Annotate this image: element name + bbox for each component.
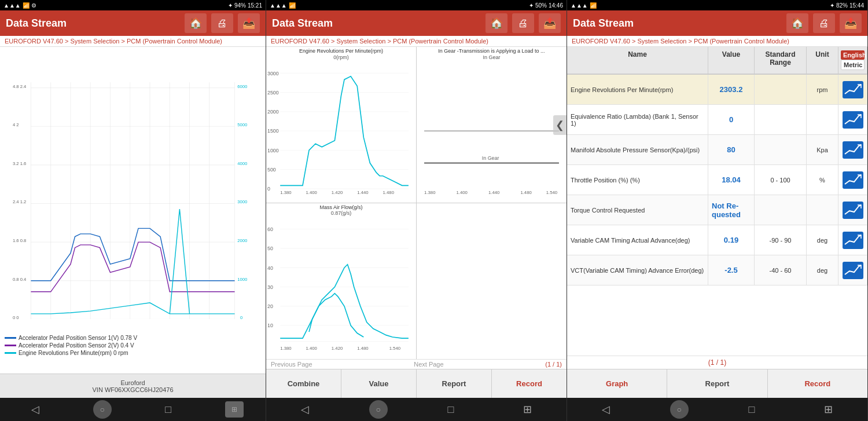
svg-text:1.420: 1.420 — [332, 346, 343, 351]
cell-value-0: 2303.2 — [708, 75, 755, 104]
grid-button-1[interactable]: ⊞ — [225, 401, 244, 418]
svg-text:1.540: 1.540 — [546, 190, 557, 195]
back-button-2[interactable]: ◁ — [292, 401, 318, 418]
maf-chart: 60 50 40 30 20 10 1.380 1.400 1.420 1.48… — [267, 216, 415, 358]
cell-value-2: 80 — [708, 135, 755, 164]
svg-text:2000: 2000 — [237, 238, 247, 243]
cell-range-1 — [755, 105, 807, 134]
table-row: Manifold Absolute Pressure Sensor(Kpa)/(… — [567, 135, 867, 165]
graph-btn[interactable]: Graph — [567, 369, 667, 398]
svg-text:20: 20 — [267, 303, 273, 309]
report-btn-3[interactable]: Report — [667, 369, 767, 398]
toggle-metric[interactable]: Metric — [841, 60, 865, 70]
share-button-3[interactable]: 📤 — [840, 13, 862, 33]
back-button-3[interactable]: ◁ — [593, 401, 619, 418]
graph-area-1: 0 0 0.8 0.4 1.6 0.8 2.4 1.2 3.2 1.6 4 2 … — [0, 47, 266, 374]
svg-text:0: 0 — [267, 186, 270, 192]
trend-icon-btn-1[interactable] — [842, 111, 863, 129]
cell-name-0: Engine Revolutions Per Minute(rpm) — [567, 75, 708, 104]
record-btn-2[interactable]: Record — [492, 369, 567, 398]
svg-text:1.440: 1.440 — [357, 190, 368, 195]
value-btn[interactable]: Value — [341, 369, 417, 398]
pagination-2: (1 / 1) — [545, 361, 562, 368]
table-row: Equivalence Ratio (Lambda) (Bank 1, Sens… — [567, 105, 867, 135]
cell-unit-6: deg — [807, 255, 838, 285]
cell-graph-3 — [838, 165, 867, 195]
trend-icon-btn-5[interactable] — [842, 232, 863, 249]
combine-btn[interactable]: Combine — [266, 369, 341, 398]
trend-icon-btn-0[interactable] — [842, 81, 863, 98]
cell-graph-4 — [838, 195, 867, 225]
battery-level-2: 50% — [535, 2, 547, 9]
vehicle-name: Euroford — [120, 379, 145, 386]
cell-range-5: -90 - 90 — [755, 225, 807, 255]
share-button-2[interactable]: 📤 — [539, 13, 561, 33]
cell-unit-4 — [807, 195, 838, 225]
print-button-1[interactable]: 🖨 — [211, 13, 233, 33]
bluetooth-icon: ✦ — [228, 2, 233, 9]
cell-name-4: Torque Control Requested — [567, 195, 708, 225]
svg-text:1.420: 1.420 — [332, 190, 343, 195]
svg-rect-86 — [843, 141, 863, 159]
report-btn-2[interactable]: Report — [417, 369, 492, 398]
trend-icon-btn-2[interactable] — [842, 141, 863, 159]
svg-text:1000: 1000 — [237, 277, 247, 282]
breadcrumb-3: EUROFORD V47.60 > System Selection > PCM… — [567, 36, 867, 47]
cell-value-4: Not Re-quested — [708, 195, 755, 225]
grid-button-3[interactable]: ⊞ — [815, 401, 842, 418]
svg-text:3.2 1.6: 3.2 1.6 — [13, 161, 26, 166]
status-right-3: ✦ 82% 15:44 — [830, 2, 864, 9]
data-table: Engine Revolutions Per Minute(rpm) 2303.… — [567, 75, 867, 356]
svg-text:0.8 0.4: 0.8 0.4 — [13, 277, 27, 282]
prev-page-btn[interactable]: Previous Page — [271, 361, 312, 368]
svg-text:3000: 3000 — [237, 200, 247, 205]
cell-name-1: Equivalence Ratio (Lambda) (Bank 1, Sens… — [567, 105, 708, 134]
multi-graph-content: Engine Revolutions Per Minute(rpm) 0(rpm… — [266, 47, 567, 359]
svg-text:1.400: 1.400 — [457, 190, 468, 195]
cell-name-3: Throttle Position (%) (%) — [567, 165, 708, 195]
svg-rect-89 — [843, 232, 863, 249]
status-right-2: ✦ 50% 14:46 — [529, 2, 563, 9]
recent-button-2[interactable]: □ — [438, 401, 463, 418]
trend-icon-btn-6[interactable] — [842, 262, 863, 279]
time-display: 15:21 — [248, 2, 262, 9]
next-page-btn[interactable]: Next Page — [414, 361, 443, 368]
print-button-2[interactable]: 🖨 — [512, 13, 534, 33]
cell-name-6: VCT(Variable CAM Timing) Advance Error(d… — [567, 255, 708, 285]
graph-prev-btn[interactable]: ❮ — [553, 115, 567, 135]
time-display-2: 14:46 — [549, 2, 563, 9]
record-btn-3[interactable]: Record — [768, 369, 867, 398]
trend-icon-btn-3[interactable] — [842, 171, 863, 189]
graph-content-1: 0 0 0.8 0.4 1.6 0.8 2.4 1.2 3.2 1.6 4 2 … — [0, 47, 266, 374]
toggle-english[interactable]: English — [841, 50, 865, 60]
svg-text:1.480: 1.480 — [383, 190, 394, 195]
legend-label-1: Accelerator Pedal Position Sensor 1(V) 0… — [19, 335, 137, 341]
home-button-1[interactable]: 🏠 — [185, 13, 207, 33]
recent-button-1[interactable]: □ — [156, 401, 181, 418]
back-button-1[interactable]: ◁ — [22, 401, 49, 418]
home-nav-1[interactable]: ○ — [93, 400, 112, 419]
grid-button-2[interactable]: ⊞ — [514, 401, 541, 418]
cell-unit-2: Kpa — [807, 135, 838, 164]
graph-value-rpm: 0(rpm) — [267, 54, 415, 60]
status-right: ✦ 94% 15:21 — [228, 2, 262, 9]
col-name: Name — [567, 47, 708, 74]
home-nav-3[interactable]: ○ — [670, 400, 689, 419]
home-button-2[interactable]: 🏠 — [486, 13, 507, 33]
status-icons-left-3: ▲▲▲ 📶 — [571, 2, 597, 9]
share-button-1[interactable]: 📤 — [238, 13, 260, 33]
svg-text:1.6 0.8: 1.6 0.8 — [13, 238, 26, 243]
home-button-3[interactable]: 🏠 — [786, 13, 808, 33]
svg-text:1.380: 1.380 — [280, 190, 291, 195]
print-button-3[interactable]: 🖨 — [813, 13, 835, 33]
svg-text:2.4 1.2: 2.4 1.2 — [13, 200, 26, 205]
recent-button-3[interactable]: □ — [739, 401, 764, 418]
signal-icon-2: ▲▲▲ — [270, 2, 287, 9]
svg-rect-84 — [843, 81, 863, 98]
trend-icon-btn-4[interactable] — [842, 202, 863, 219]
cell-graph-6 — [838, 255, 867, 285]
cell-range-3: 0 - 100 — [755, 165, 807, 195]
home-nav-2[interactable]: ○ — [369, 400, 388, 419]
graph-title-rpm: Engine Revolutions Per Minute(rpm) — [267, 48, 415, 54]
table-row: Throttle Position (%) (%) 18.04 0 - 100 … — [567, 165, 867, 195]
